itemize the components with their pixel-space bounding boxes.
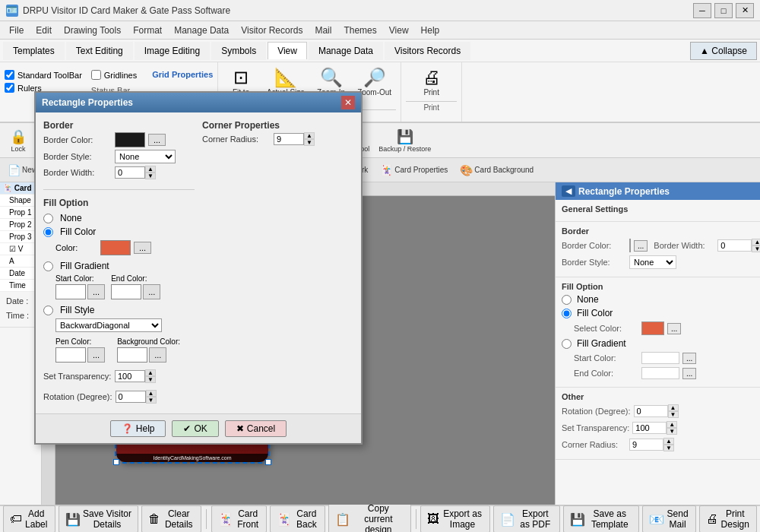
- rp-fill-color-box[interactable]: [641, 321, 664, 335]
- rp-border-width-input[interactable]: [717, 239, 752, 252]
- card-front-btn[interactable]: 🃏 Card Front: [211, 505, 268, 532]
- rp-border-color-box[interactable]: [629, 239, 631, 252]
- dialog-rotation-up[interactable]: ▲: [146, 390, 157, 397]
- grid-properties-link[interactable]: Grid Properties: [152, 70, 213, 79]
- dialog-cancel-button[interactable]: ✖ Cancel: [225, 420, 287, 437]
- add-label-btn[interactable]: 🏷 Add Label: [3, 505, 55, 532]
- rp-end-color-btn[interactable]: ...: [682, 368, 696, 379]
- tab-text-editing[interactable]: Text Editing: [66, 42, 133, 60]
- rp-corner-radius-input[interactable]: [629, 439, 663, 451]
- print-btn[interactable]: 🖨 Print: [415, 65, 448, 100]
- tab-view[interactable]: View: [268, 42, 307, 59]
- dialog-start-color-box[interactable]: [55, 284, 86, 299]
- card-back-btn[interactable]: 🃏 Card Back: [270, 505, 325, 532]
- menu-help[interactable]: Help: [415, 24, 446, 37]
- dialog-border-width-up[interactable]: ▲: [145, 166, 156, 173]
- dialog-fill-none-radio[interactable]: [43, 214, 53, 223]
- rp-corner-radius-up[interactable]: ▲: [663, 438, 674, 445]
- dialog-pen-color-btn[interactable]: ...: [87, 347, 105, 363]
- rp-end-color-input[interactable]: [641, 367, 679, 379]
- save-template-btn[interactable]: 💾 Save as Template: [563, 505, 639, 532]
- dialog-corner-radius-input[interactable]: [274, 133, 304, 145]
- rp-fill-gradient-radio[interactable]: [562, 339, 572, 349]
- send-mail-btn[interactable]: 📧 Send Mail: [642, 505, 696, 532]
- rp-border-style-select[interactable]: None Solid Dashed: [629, 255, 676, 269]
- dialog-rotation-down[interactable]: ▼: [146, 397, 157, 404]
- dialog-start-color-btn[interactable]: ...: [87, 284, 105, 299]
- tab-image-editing[interactable]: Image Editing: [135, 42, 210, 60]
- dialog-border-color-btn[interactable]: ...: [148, 134, 166, 146]
- lock-btn[interactable]: 🔒 Lock: [3, 126, 33, 155]
- menu-manage-data[interactable]: Manage Data: [168, 24, 235, 37]
- dialog-close-button[interactable]: ✕: [341, 96, 355, 109]
- rp-transparency-down[interactable]: ▼: [667, 428, 677, 435]
- dialog-help-button[interactable]: ❓ Help: [110, 420, 166, 437]
- dialog-fill-style-radio[interactable]: [43, 306, 53, 315]
- print-design-icon: 🖨: [706, 512, 718, 526]
- dialog-border-color-box[interactable]: [115, 132, 145, 147]
- rp-fill-none-radio[interactable]: [562, 295, 572, 305]
- save-visitor-btn[interactable]: 💾 Save Visitor Details: [59, 505, 139, 532]
- menu-file[interactable]: File: [3, 24, 30, 37]
- menu-themes[interactable]: Themes: [337, 24, 382, 37]
- rp-border-width-up[interactable]: ▲: [752, 239, 760, 245]
- dialog-rotation-input[interactable]: [116, 391, 146, 403]
- checkbox-standard-toolbar[interactable]: Standard ToolBar: [5, 70, 82, 80]
- collapse-button[interactable]: ▲ Collapse: [690, 42, 757, 60]
- rp-fill-color-radio[interactable]: [562, 309, 572, 318]
- tab-manage-data[interactable]: Manage Data: [309, 42, 383, 60]
- menu-mail[interactable]: Mail: [309, 24, 337, 37]
- dialog-transparency-down[interactable]: ▼: [145, 376, 156, 383]
- dialog-bg-color-box[interactable]: [117, 347, 147, 363]
- dialog-border-width-down[interactable]: ▼: [145, 173, 156, 179]
- menu-view[interactable]: View: [383, 24, 415, 37]
- print-design-btn[interactable]: 🖨 Print Design: [699, 505, 757, 532]
- dialog-transparency-up[interactable]: ▲: [145, 369, 156, 376]
- dialog-end-color-btn[interactable]: ...: [143, 284, 160, 299]
- rp-rotation-input[interactable]: [634, 405, 668, 417]
- rp-start-color-btn[interactable]: ...: [682, 353, 696, 364]
- menu-edit[interactable]: Edit: [30, 24, 58, 37]
- rp-border-width-down[interactable]: ▼: [752, 245, 760, 252]
- card-background-btn[interactable]: 🎨 Card Background: [455, 162, 538, 179]
- rp-corner-radius-down[interactable]: ▼: [663, 445, 674, 451]
- rp-rotation-down[interactable]: ▼: [668, 411, 679, 418]
- menu-format[interactable]: Format: [127, 24, 168, 37]
- rp-transparency-input[interactable]: [632, 422, 667, 434]
- dialog-border-width-input[interactable]: [115, 166, 145, 179]
- dialog-corner-radius-up[interactable]: ▲: [304, 132, 315, 139]
- rp-back-button[interactable]: ◀: [562, 185, 575, 197]
- tab-visitors-records[interactable]: Visitors Records: [385, 42, 470, 60]
- dialog-pen-color-box[interactable]: [55, 347, 86, 363]
- close-button[interactable]: ✕: [736, 3, 754, 18]
- tab-templates[interactable]: Templates: [3, 42, 65, 60]
- dialog-ok-button[interactable]: ✔ OK: [172, 420, 218, 437]
- dialog-border-style-select[interactable]: None Solid Dashed: [115, 150, 176, 163]
- clear-details-btn[interactable]: 🗑 Clear Details: [141, 505, 201, 532]
- minimize-button[interactable]: ─: [693, 3, 711, 18]
- dialog-fill-color-box[interactable]: [100, 240, 131, 255]
- dialog-corner-radius-down[interactable]: ▼: [304, 139, 315, 146]
- dialog-fill-color-btn[interactable]: ...: [134, 242, 151, 254]
- export-pdf-btn[interactable]: 📄 Export as PDF: [493, 505, 560, 532]
- dialog-fill-style-select[interactable]: BackwardDiagonal ForwardDiagonal Horizon…: [55, 318, 162, 332]
- card-properties-btn[interactable]: 🃏 Card Properties: [375, 162, 452, 179]
- dialog-bg-color-btn[interactable]: ...: [149, 347, 166, 363]
- dialog-fill-color-radio[interactable]: [43, 227, 53, 237]
- checkbox-gridlines[interactable]: Gridlines: [91, 70, 137, 80]
- maximize-button[interactable]: □: [714, 3, 733, 18]
- rp-transparency-up[interactable]: ▲: [667, 421, 677, 428]
- rp-rotation-up[interactable]: ▲: [668, 404, 679, 411]
- export-image-btn[interactable]: 🖼 Export as Image: [420, 505, 490, 532]
- tab-symbols[interactable]: Symbols: [211, 42, 266, 60]
- dialog-transparency-input[interactable]: [115, 370, 145, 382]
- rp-border-color-btn[interactable]: ...: [634, 240, 648, 252]
- dialog-fill-gradient-radio[interactable]: [43, 261, 53, 271]
- backup-restore-btn[interactable]: 💾 Backup / Restore: [375, 126, 435, 155]
- copy-design-btn[interactable]: 📋 Copy current design: [328, 500, 410, 532]
- menu-drawing-tools[interactable]: Drawing Tools: [58, 24, 127, 37]
- rp-start-color-input[interactable]: [641, 352, 679, 364]
- rp-fill-color-btn[interactable]: ...: [667, 323, 681, 334]
- dialog-end-color-box[interactable]: [111, 284, 141, 299]
- menu-visitor-records[interactable]: Visitor Records: [235, 24, 309, 37]
